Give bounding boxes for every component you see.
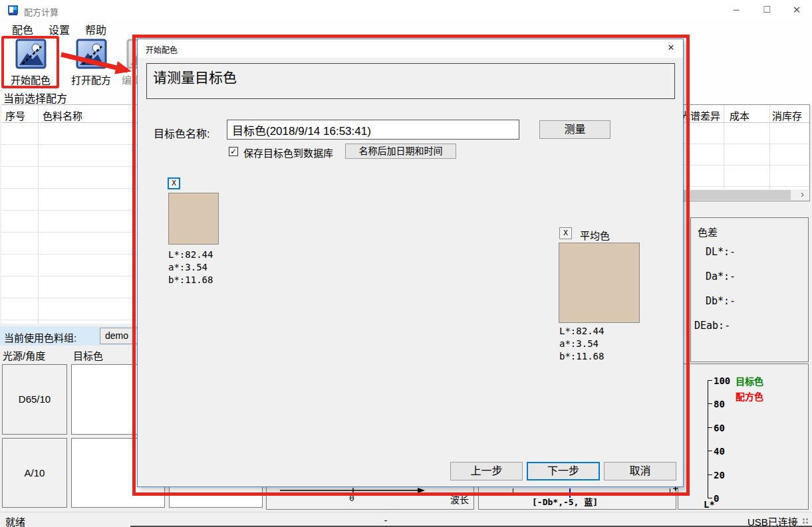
dialog-title: 开始配色 [146, 44, 178, 55]
image-icon [15, 39, 47, 69]
dl-value: DL*:- [706, 246, 736, 258]
instruction-box: 请测量目标色 [146, 63, 675, 99]
lab-a-value: a*:3.54 [559, 338, 604, 350]
lightness-chart: 100 80 60 40 20 0 L* 目标色 配方色 [678, 364, 809, 510]
x-axis-tick: 0 [349, 493, 354, 503]
tick-label: 80 [714, 399, 725, 409]
y-axis-line [708, 380, 708, 498]
resize-grip[interactable] [802, 518, 809, 524]
y-axis-title: L* [704, 499, 715, 510]
status-bar: 就绪 - USB已连接 [0, 512, 812, 527]
tick-mark [708, 380, 712, 381]
average-color-label: 平均色 [580, 228, 610, 242]
target-name-input[interactable] [227, 120, 519, 140]
maximize-button[interactable]: ☐ [753, 0, 781, 20]
start-color-matching-dialog: 开始配色 ✕ 请测量目标色 目标色名称: 测量 ✓ 保存目标色到数据库 名称后加… [137, 39, 684, 487]
db-axis-label: [-Db*,-5, 蓝] [532, 495, 598, 508]
sample-lab-values: L*:82.44 a*:3.54 b*:11.68 [168, 249, 213, 286]
append-datetime-button[interactable]: 名称后加日期和时间 [345, 144, 456, 159]
lab-b-value: b*:11.68 [559, 350, 604, 363]
menu-settings[interactable]: 设置 [49, 23, 70, 39]
dialog-close-icon[interactable]: ✕ [664, 43, 678, 54]
window-title: 配方计算 [24, 5, 59, 18]
legend-target-color: 目标色 [736, 374, 763, 387]
column-divider [724, 105, 724, 189]
save-to-database-checkbox[interactable]: ✓ [229, 147, 238, 156]
average-color-swatch [559, 243, 640, 323]
measured-color-swatch [168, 193, 219, 245]
column-header-index[interactable]: 序号 [5, 108, 25, 122]
tick-label: 60 [714, 423, 725, 433]
legend-recipe-color: 配方色 [736, 389, 763, 403]
tick-mark [708, 427, 712, 428]
tick-mark [708, 498, 712, 498]
title-bar: 配方计算 ─ ☐ ✕ [0, 0, 812, 20]
column-header-stock[interactable]: 消库存 [772, 108, 802, 122]
lab-a-value: a*:3.54 [168, 261, 213, 274]
tick-mark [708, 474, 712, 475]
toolbar-button-label: 打开配方 [63, 72, 119, 86]
tick-label: 100 [714, 375, 730, 386]
current-recipe-title: 当前选择配方 [3, 90, 67, 106]
deab-value: DEab:- [694, 320, 730, 332]
axis-line [513, 493, 670, 494]
next-button[interactable]: 下一步 [527, 462, 600, 480]
minimize-button[interactable]: ─ [722, 0, 750, 20]
back-button[interactable]: 上一步 [450, 462, 523, 480]
lab-b-value: b*:11.68 [168, 274, 213, 286]
lab-l-value: L*:82.44 [168, 249, 213, 261]
tick-mark [708, 403, 712, 404]
menu-color-matching[interactable]: 配色 [12, 23, 33, 39]
column-header-spectral-diff[interactable]: 光谱差异 [680, 108, 720, 122]
column-divider [38, 105, 39, 324]
column-header-colorant[interactable]: 色料名称 [43, 108, 82, 122]
x-axis-label: 波长 [450, 492, 469, 506]
column-divider [769, 105, 770, 189]
illuminant-cell: D65/10 [2, 364, 67, 435]
status-ready: 就绪 [5, 514, 25, 527]
da-value: Da*:- [706, 270, 736, 282]
column-header-target-color: 目标色 [73, 348, 103, 362]
image-icon [76, 39, 107, 69]
average-lab-values: L*:82.44 a*:3.54 b*:11.68 [559, 325, 604, 363]
illuminant-cell: A/10 [2, 438, 67, 508]
tick-label: 20 [714, 470, 725, 480]
save-to-database-label: 保存目标色到数据库 [243, 146, 333, 159]
cancel-button[interactable]: 取消 [604, 462, 676, 480]
start-color-matching-button[interactable]: 开始配色 [3, 39, 59, 88]
db-value: Db*:- [706, 295, 736, 307]
color-difference-title: 色差 [698, 225, 718, 239]
tick-label: 40 [714, 446, 725, 457]
column-header-cost[interactable]: 成本 [730, 108, 749, 122]
measure-button[interactable]: 测量 [539, 120, 610, 139]
status-center: - [379, 514, 392, 526]
tick-mark [708, 451, 712, 451]
app-icon [7, 5, 19, 16]
colorant-group-label: 当前使用色料组: [4, 330, 76, 344]
close-button[interactable]: ✕ [783, 0, 811, 20]
open-recipe-button[interactable]: 打开配方 [63, 39, 119, 88]
remove-average-button[interactable]: X [559, 227, 572, 239]
remove-sample-button[interactable]: X [168, 177, 180, 189]
axis-end-cap [513, 488, 513, 494]
toolbar-button-label: 开始配色 [3, 72, 59, 86]
app-window: 配方计算 ─ ☐ ✕ 配色 设置 帮助 开始配色 打开配方 [0, 0, 812, 527]
instruction-text: 请测量目标色 [153, 66, 237, 86]
lab-l-value: L*:82.44 [559, 325, 604, 338]
color-difference-panel: 色差 DL*:- Da*:- Db*:- DEab:- [690, 217, 809, 362]
menu-help[interactable]: 帮助 [85, 23, 106, 39]
column-header-illuminant: 光源/角度 [3, 348, 45, 362]
dialog-title-bar: 开始配色 ✕ [138, 39, 683, 58]
scroll-right-button[interactable]: › [797, 189, 808, 201]
target-name-label: 目标色名称: [154, 125, 209, 141]
